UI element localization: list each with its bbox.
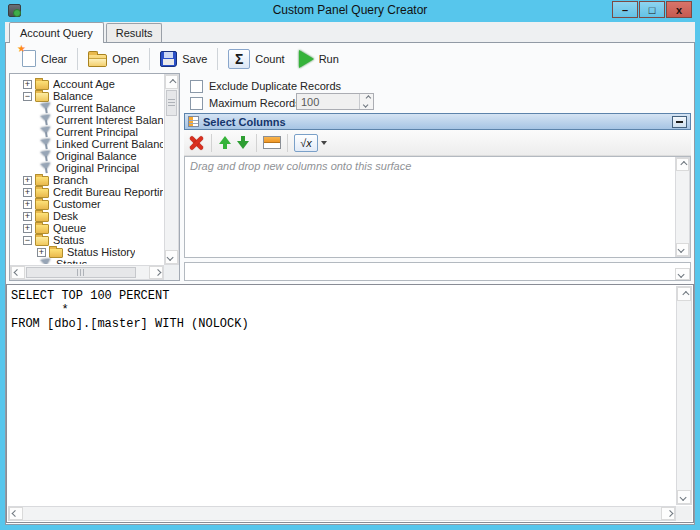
- open-button[interactable]: Open: [81, 49, 146, 69]
- tree-item[interactable]: Current Interest Balanc: [11, 114, 163, 126]
- scroll-left-button[interactable]: [9, 507, 23, 520]
- tree-item-label: Queue: [53, 222, 86, 234]
- toolbar-separator: [256, 134, 257, 152]
- count-button[interactable]: Σ Count: [221, 47, 291, 71]
- tree-item[interactable]: +Status History: [11, 246, 163, 258]
- formula-button[interactable]: √x: [294, 134, 327, 152]
- count-label: Count: [255, 53, 284, 65]
- table-columns-icon: [188, 116, 199, 127]
- run-label: Run: [319, 53, 339, 65]
- tree-item[interactable]: −Balance: [11, 90, 163, 102]
- rename-column-icon[interactable]: [263, 136, 281, 149]
- scrollbar-thumb[interactable]: [26, 267, 136, 278]
- tree-item-label: Balance: [53, 90, 93, 102]
- tree-vertical-scrollbar[interactable]: [164, 74, 179, 265]
- tree-expand-toggle[interactable]: +: [23, 224, 32, 233]
- tree-item-label: Original Principal: [56, 162, 139, 174]
- move-down-icon[interactable]: [236, 135, 250, 150]
- exclude-duplicates-row: Exclude Duplicate Records: [190, 79, 341, 93]
- tree-expand-toggle[interactable]: +: [23, 80, 32, 89]
- toolbar-separator: [211, 134, 212, 152]
- scrollbar-corner: [676, 506, 692, 521]
- maximize-button[interactable]: □: [639, 1, 665, 18]
- formula-icon: √x: [294, 134, 318, 152]
- toolbar-separator: [287, 134, 288, 152]
- tree-item[interactable]: Status: [11, 258, 163, 264]
- open-label: Open: [112, 53, 139, 65]
- scroll-left-button[interactable]: [11, 266, 25, 279]
- tree-item[interactable]: +Customer: [11, 198, 163, 210]
- scroll-down-button[interactable]: [677, 490, 691, 504]
- folder-icon: [35, 212, 49, 222]
- maximum-records-input[interactable]: 100: [296, 93, 374, 110]
- scrollbar-thumb[interactable]: [166, 90, 177, 116]
- minimize-button[interactable]: –: [612, 1, 638, 18]
- tab-results[interactable]: Results: [106, 23, 163, 42]
- tree-expand-toggle[interactable]: +: [37, 248, 46, 257]
- scroll-up-button[interactable]: [676, 158, 689, 171]
- chevron-down-icon[interactable]: [321, 141, 327, 145]
- tree-item[interactable]: +Branch: [11, 174, 163, 186]
- tab-strip: Account Query Results: [5, 22, 695, 42]
- tree-item-label: Customer: [53, 198, 101, 210]
- title-bar: Custom Panel Query Creator – □ x: [0, 0, 700, 22]
- drop-surface-scrollbar[interactable]: [675, 157, 690, 257]
- tree-expand-toggle[interactable]: −: [23, 236, 32, 245]
- tree-item[interactable]: +Account Age: [11, 78, 163, 90]
- scroll-down-button[interactable]: [676, 243, 689, 256]
- run-play-icon: [299, 50, 314, 68]
- tree-item-label: Current Interest Balanc: [56, 114, 163, 126]
- clear-label: Clear: [41, 53, 67, 65]
- scroll-down-button[interactable]: [675, 268, 690, 280]
- save-button[interactable]: Save: [153, 49, 214, 69]
- tree-expand-toggle[interactable]: +: [23, 212, 32, 221]
- tree-item[interactable]: −Status: [11, 234, 163, 246]
- tree-expand-toggle[interactable]: −: [23, 92, 32, 101]
- tree-item-label: Account Age: [53, 78, 115, 90]
- save-label: Save: [182, 53, 207, 65]
- main-toolbar: Clear Open Save Σ Count: [7, 45, 693, 72]
- spinner-down-button[interactable]: [360, 102, 373, 110]
- move-up-icon[interactable]: [218, 135, 232, 150]
- maximum-records-label: Maximum Records: [209, 97, 301, 109]
- delete-column-icon[interactable]: [188, 135, 205, 150]
- tree-expand-toggle[interactable]: +: [23, 200, 32, 209]
- tree-item[interactable]: Current Balance: [11, 102, 163, 114]
- close-button[interactable]: x: [666, 1, 692, 18]
- tree-item-label: Status: [53, 234, 84, 246]
- run-button[interactable]: Run: [292, 48, 346, 70]
- tab-account-query[interactable]: Account Query: [9, 22, 104, 43]
- exclude-duplicates-checkbox[interactable]: [190, 80, 203, 93]
- tree-item[interactable]: +Credit Bureau Reporting: [11, 186, 163, 198]
- sql-vertical-scrollbar[interactable]: [676, 286, 692, 505]
- maximum-records-checkbox[interactable]: [190, 97, 203, 110]
- tree-item[interactable]: +Queue: [11, 222, 163, 234]
- clear-page-icon: [22, 50, 36, 67]
- sql-query-text[interactable]: SELECT TOP 100 PERCENT * FROM [dbo].[mas…: [11, 289, 673, 502]
- scroll-up-button[interactable]: [677, 287, 691, 301]
- spinner-up-button[interactable]: [360, 94, 373, 102]
- sql-horizontal-scrollbar[interactable]: [8, 506, 676, 521]
- scroll-down-button[interactable]: [165, 250, 178, 264]
- tree-item-label: Current Principal: [56, 126, 138, 138]
- drop-surface-placeholder: Drag and drop new columns onto this surf…: [190, 160, 411, 172]
- tree-item[interactable]: Current Principal: [11, 126, 163, 138]
- tree-item[interactable]: +Desk: [11, 210, 163, 222]
- field-tree: +Account Age−BalanceCurrent BalanceCurre…: [9, 73, 180, 281]
- filter-funnel-icon: [40, 161, 54, 175]
- scroll-right-button[interactable]: [149, 266, 163, 279]
- tree-expand-toggle[interactable]: +: [23, 176, 32, 185]
- clear-button[interactable]: Clear: [15, 48, 74, 69]
- maximum-records-row: Maximum Records: [190, 96, 301, 110]
- column-drop-surface[interactable]: Drag and drop new columns onto this surf…: [184, 156, 691, 258]
- account-query-page: Clear Open Save Σ Count: [5, 42, 695, 525]
- collapse-panel-button[interactable]: [672, 116, 687, 128]
- tree-item[interactable]: Original Principal: [11, 162, 163, 174]
- scroll-right-button[interactable]: [661, 507, 675, 520]
- tree-item[interactable]: Linked Current Balance: [11, 138, 163, 150]
- tree-horizontal-scrollbar[interactable]: [10, 265, 164, 280]
- tree-item-label: Original Balance: [56, 150, 137, 162]
- tree-item[interactable]: Original Balance: [11, 150, 163, 162]
- tree-expand-toggle[interactable]: +: [23, 188, 32, 197]
- scroll-up-button[interactable]: [165, 75, 178, 89]
